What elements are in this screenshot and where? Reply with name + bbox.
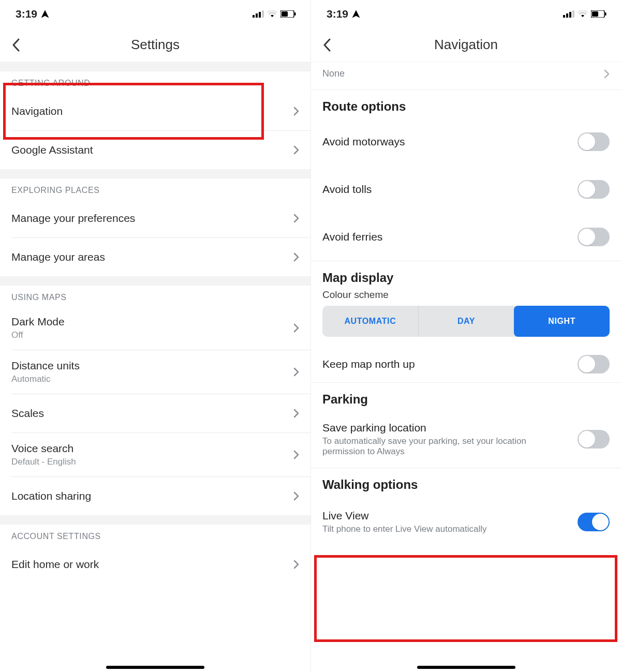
row-label: Scales	[11, 407, 293, 420]
row-label: Manage your areas	[11, 251, 293, 263]
row-label: Avoid tolls	[322, 183, 372, 196]
toggle-avoid-ferries[interactable]	[578, 228, 610, 246]
group-route-options: Route options	[311, 90, 621, 118]
chevron-right-icon	[293, 450, 299, 459]
row-label: Live View	[322, 510, 487, 522]
row-google-assistant[interactable]: Google Assistant	[0, 131, 310, 169]
row-manage-preferences[interactable]: Manage your preferences	[0, 199, 310, 237]
group-walking-options: Walking options	[311, 468, 621, 496]
row-label: Google Assistant	[11, 144, 293, 156]
toggle-save-parking[interactable]	[578, 430, 610, 449]
cellular-icon	[563, 10, 574, 18]
svg-rect-9	[569, 12, 571, 18]
chevron-right-icon	[293, 145, 299, 155]
row-label: Voice search	[11, 442, 293, 455]
chevron-right-icon	[293, 252, 299, 262]
row-label: Save parking location	[322, 422, 545, 434]
scheme-option-automatic[interactable]: AUTOMATIC	[322, 306, 418, 337]
row-label: Avoid ferries	[322, 231, 382, 243]
chevron-right-icon	[293, 323, 299, 333]
chevron-left-icon	[12, 38, 20, 52]
row-distance-units[interactable]: Distance units Automatic	[0, 350, 310, 394]
navigation-screen: 3:19 Navigation None Route options	[310, 0, 621, 672]
row-edit-home-work[interactable]: Edit home or work	[0, 545, 310, 584]
row-label: Navigation	[11, 105, 293, 117]
annotation-highlight	[314, 555, 617, 642]
section-header-getting-around: GETTING AROUND	[0, 71, 310, 92]
chevron-right-icon	[604, 69, 610, 79]
status-time: 3:19	[16, 8, 37, 20]
back-button[interactable]	[3, 32, 29, 58]
home-indicator	[417, 666, 515, 669]
toggle-live-view[interactable]	[578, 513, 610, 531]
row-save-parking: Save parking location To automatically s…	[311, 411, 621, 468]
row-sub: Off	[11, 330, 293, 340]
row-location-sharing[interactable]: Location sharing	[0, 477, 310, 515]
row-sub: Default - English	[11, 457, 293, 467]
status-icons	[253, 10, 296, 18]
toggle-keep-north-up[interactable]	[578, 355, 610, 374]
row-manage-areas[interactable]: Manage your areas	[0, 238, 310, 276]
chevron-right-icon	[293, 560, 299, 569]
chevron-right-icon	[293, 214, 299, 223]
section-header-exploring: EXPLORING PLACES	[0, 178, 310, 199]
group-map-display: Map display	[311, 261, 621, 289]
row-label: None	[322, 68, 345, 79]
nav-bar: Settings	[0, 28, 310, 62]
chevron-right-icon	[293, 491, 299, 501]
chevron-right-icon	[293, 409, 299, 418]
toggle-avoid-motorways[interactable]	[578, 132, 610, 151]
svg-rect-3	[262, 10, 264, 18]
home-indicator	[106, 666, 204, 669]
row-scales[interactable]: Scales	[0, 394, 310, 432]
page-title: Settings	[0, 37, 310, 53]
row-keep-north-up: Keep map north up	[311, 346, 621, 382]
row-none[interactable]: None	[311, 62, 621, 89]
group-parking: Parking	[311, 383, 621, 411]
battery-icon	[280, 10, 296, 18]
svg-rect-7	[563, 15, 565, 18]
toggle-avoid-tolls[interactable]	[578, 180, 610, 199]
row-avoid-tolls: Avoid tolls	[311, 166, 621, 213]
row-voice-search[interactable]: Voice search Default - English	[0, 433, 310, 476]
row-avoid-motorways: Avoid motorways	[311, 118, 621, 166]
svg-rect-2	[259, 12, 261, 18]
row-navigation[interactable]: Navigation	[0, 92, 310, 130]
settings-screen: 3:19 Settings GETTING AROUND Navigation	[0, 0, 310, 672]
row-sub: Tilt phone to enter Live View automatica…	[322, 524, 487, 534]
status-bar: 3:19	[311, 0, 621, 28]
row-label: Distance units	[11, 360, 293, 372]
svg-rect-0	[253, 15, 255, 18]
svg-rect-6	[294, 12, 296, 16]
svg-rect-8	[566, 13, 568, 18]
section-header-using-maps: USING MAPS	[0, 286, 310, 306]
chevron-right-icon	[293, 367, 299, 377]
row-live-view: Live View Tilt phone to enter Live View …	[311, 496, 621, 548]
nav-bar: Navigation	[311, 28, 621, 62]
svg-rect-13	[605, 12, 607, 16]
battery-icon	[591, 10, 607, 18]
scheme-option-day[interactable]: DAY	[418, 306, 514, 337]
cellular-icon	[253, 10, 264, 18]
row-label: Dark Mode	[11, 316, 293, 328]
colour-scheme-segmented: AUTOMATIC DAY NIGHT	[322, 306, 610, 337]
colour-scheme-label: Colour scheme	[311, 289, 621, 306]
svg-rect-10	[572, 10, 574, 18]
chevron-left-icon	[323, 38, 331, 52]
location-icon	[351, 9, 361, 19]
row-label: Keep map north up	[322, 358, 415, 370]
scheme-option-night[interactable]: NIGHT	[514, 306, 610, 337]
svg-rect-1	[256, 13, 258, 18]
status-bar: 3:19	[0, 0, 310, 28]
row-sub: To automatically save your parking, set …	[322, 436, 545, 457]
wifi-icon	[267, 10, 277, 18]
status-icons	[563, 10, 607, 18]
row-label: Manage your preferences	[11, 212, 293, 225]
status-time: 3:19	[327, 8, 348, 20]
page-title: Navigation	[311, 37, 621, 53]
back-button[interactable]	[314, 32, 340, 58]
row-sub: Automatic	[11, 374, 293, 384]
svg-rect-12	[592, 11, 598, 17]
row-dark-mode[interactable]: Dark Mode Off	[0, 306, 310, 350]
wifi-icon	[578, 10, 588, 18]
